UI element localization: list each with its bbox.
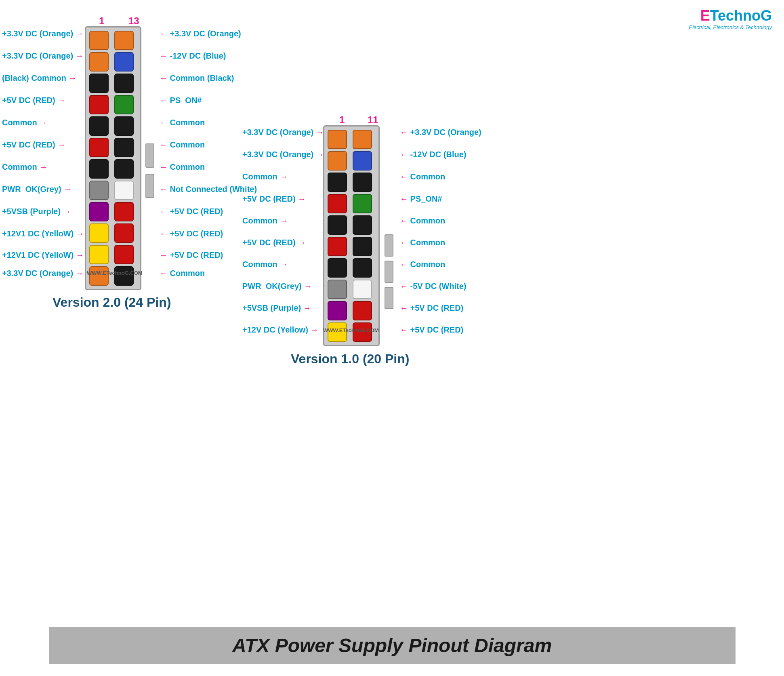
pin-num-13-24: 13 [128,15,139,27]
label-20-l5: Common [242,216,288,225]
logo: ETechnoG Electrical, Electronics & Techn… [689,7,772,30]
pin20-1 [328,130,347,149]
label-24-l1: +3.3V DC (Orange) [2,29,84,38]
pin20-4 [328,194,347,213]
pin20-14 [353,194,372,213]
pin-15 [114,74,134,93]
label-24-l3: (Black) Common [2,74,76,83]
version-20-label: Version 1.0 (20 Pin) [291,352,409,366]
pin-4 [89,95,109,114]
label-24-l2: +3.3V DC (Orange) [2,51,84,61]
pin20-2 [328,151,347,171]
pin20-8 [328,280,347,299]
label-20-r6: Common [400,238,445,247]
watermark-20: WWW.ETechnoG.COM [323,327,379,333]
label-24-r8: Not Connected (White) [160,185,257,194]
logo-e: E [700,7,710,24]
label-20-r5: Common [400,216,445,225]
pin20-16 [353,237,372,256]
label-20-r8: -5V DC (White) [400,282,466,291]
label-24-r10: +5V DC (RED) [160,229,223,238]
label-24-r3: Common (Black) [160,74,234,83]
pin20-19 [353,301,372,320]
pin-12 [89,266,109,286]
label-20-l10: +12V DC (Yellow) [242,325,318,335]
label-20-l3: Common [242,172,288,181]
pin-num-1-20: 1 [339,114,345,126]
pin-num-1-24: 1 [99,15,104,27]
connector-24pin [85,26,141,290]
pin20-5 [328,215,347,235]
label-24-r12: Common [160,269,205,278]
pin20-15 [353,215,372,235]
pin-21 [114,202,134,221]
logo-technog: TechnoG [710,7,772,24]
label-24-l9: +5VSB (Purple) [2,207,71,216]
label-24-r11: +5V DC (RED) [160,251,223,260]
pin-16 [114,95,134,114]
label-24-l12: +3.3V DC (Orange) [2,269,84,278]
label-24-r5: Common [160,118,205,127]
pin-20 [114,181,134,200]
connector-24-latch [145,143,154,168]
pin20-13 [353,173,372,192]
pin-1 [89,31,109,50]
label-24-l4: +5V DC (RED) [2,96,65,105]
title-bar: ATX Power Supply Pinout Diagram [49,627,736,664]
label-24-l10: +12V1 DC (YelloW) [2,229,84,238]
pin-17 [114,116,134,136]
label-24-l5: Common [2,118,47,127]
pin-11 [89,245,109,264]
pin-24 [114,266,134,286]
pin-10 [89,223,109,243]
pin-5 [89,116,109,136]
label-24-r7: Common [160,162,205,172]
label-24-r4: PS_ON# [160,96,202,105]
pin-6 [89,138,109,157]
pin-23 [114,245,134,264]
pin-2 [89,52,109,72]
label-20-l7: Common [242,260,288,269]
pin20-17 [353,258,372,278]
pin20-11 [353,130,372,149]
logo-sub: Electrical, Electronics & Technology [689,24,772,30]
version-24-label: Version 2.0 (24 Pin) [53,295,171,310]
connector-20-latch [385,234,393,257]
label-20-r7: Common [400,260,445,269]
label-20-r2: -12V DC (Blue) [400,150,466,159]
label-20-l2: +3.3V DC (Orange) [242,150,324,159]
pin20-12 [353,151,372,171]
label-20-r3: Common [400,172,445,181]
label-24-r2: -12V DC (Blue) [160,51,226,61]
connector-24-latch2 [145,174,154,198]
label-24-l6: +5V DC (RED) [2,140,65,150]
label-24-r1: +3.3V DC (Orange) [160,29,241,38]
pin-3 [89,74,109,93]
diagram-title: ATX Power Supply Pinout Diagram [232,635,552,656]
pin20-18 [353,280,372,299]
pin-9 [89,202,109,221]
pin-num-11-20: 11 [368,114,378,126]
pin-14 [114,52,134,72]
label-20-l6: +5V DC (RED) [242,238,306,247]
label-24-r9: +5V DC (RED) [160,207,223,216]
label-20-r4: PS_ON# [400,194,442,204]
label-24-r6: Common [160,140,205,150]
pin20-7 [328,258,347,278]
connector-20-latch2 [385,261,393,283]
label-20-r10: +5V DC (RED) [400,325,463,335]
label-20-r9: +5V DC (RED) [400,303,463,313]
pin20-6 [328,237,347,256]
pin-19 [114,159,134,179]
pin20-9 [328,301,347,320]
pin-13 [114,31,134,50]
label-24-l8: PWR_OK(Grey) [2,185,71,194]
connector-20-latch3 [385,287,393,309]
label-20-l9: +5VSB (Purple) [242,303,311,313]
label-20-l1: +3.3V DC (Orange) [242,128,324,137]
watermark-24: WWW.ETechnoG.COM [87,270,143,276]
label-20-l8: PWR_OK(Grey) [242,282,312,291]
pin-22 [114,223,134,243]
label-20-l4: +5V DC (RED) [242,194,306,204]
pin-8 [89,181,109,200]
